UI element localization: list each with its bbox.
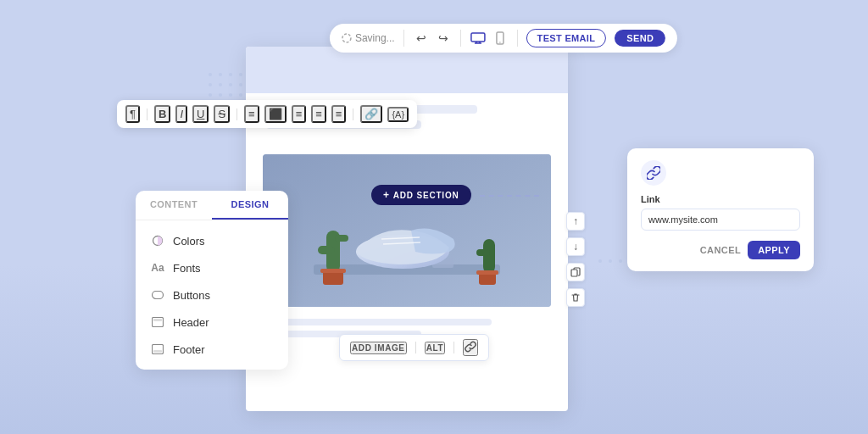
svg-point-13	[219, 93, 222, 97]
saving-icon	[342, 33, 352, 43]
svg-rect-87	[318, 246, 335, 254]
copy-icon	[570, 267, 581, 277]
svg-rect-94	[476, 270, 498, 275]
shoe-illustration	[263, 154, 551, 307]
svg-rect-101	[153, 350, 162, 353]
colors-label: Colors	[173, 235, 205, 248]
svg-point-2	[229, 73, 232, 76]
link-popup-icon	[641, 160, 666, 186]
colors-icon	[151, 234, 164, 248]
add-image-button[interactable]: ADD IMAGE	[350, 342, 407, 354]
link-popup: Link CANCEL APPLY	[627, 148, 814, 271]
saving-label: Saving...	[355, 32, 395, 44]
toolbar-divider-2	[460, 30, 461, 47]
fmt-sep-2	[236, 108, 237, 120]
send-button[interactable]: SEND	[615, 30, 665, 47]
svg-point-38	[619, 259, 622, 263]
italic-button[interactable]: I	[175, 105, 187, 123]
variable-button[interactable]: {A}	[387, 107, 409, 122]
undo-redo-group: ↩ ↪	[413, 30, 452, 47]
fonts-icon: Aa	[151, 261, 164, 275]
link-icon	[465, 341, 476, 353]
header-icon	[151, 315, 164, 329]
delete-button[interactable]	[566, 288, 585, 307]
move-up-button[interactable]: ↑	[566, 212, 585, 231]
link-button[interactable]: 🔗	[360, 105, 382, 123]
svg-point-12	[209, 93, 212, 97]
numbered-list-button[interactable]: ≡	[331, 105, 347, 123]
panel-item-fonts[interactable]: Aa Fonts	[136, 254, 288, 281]
svg-point-1	[219, 73, 222, 76]
toolbar-divider-1	[403, 30, 404, 47]
img-action-sep-1	[415, 342, 416, 353]
svg-point-15	[239, 93, 242, 97]
panel-item-buttons[interactable]: Buttons	[136, 281, 288, 309]
design-panel: CONTENT DESIGN Colors Aa Fonts Buttons	[136, 191, 288, 370]
link-chain-icon	[647, 166, 660, 180]
side-controls: ↑ ↓	[566, 212, 585, 307]
svg-point-8	[229, 83, 232, 86]
footer-icon	[151, 342, 164, 356]
svg-point-14	[229, 93, 232, 97]
align-center-button[interactable]: ⬛	[264, 105, 287, 123]
svg-rect-99	[153, 319, 162, 321]
tab-content[interactable]: CONTENT	[136, 191, 212, 220]
svg-point-6	[209, 83, 212, 86]
bold-button[interactable]: B	[154, 105, 170, 123]
bullet-list-button[interactable]: ≡	[311, 105, 326, 123]
svg-rect-92	[476, 249, 490, 256]
strikethrough-button[interactable]: S	[214, 105, 230, 123]
test-email-button[interactable]: TEST EMAIL	[526, 29, 607, 47]
svg-point-37	[609, 259, 612, 263]
move-down-button[interactable]: ↓	[566, 237, 585, 256]
panel-item-footer[interactable]: Footer	[136, 336, 288, 363]
svg-point-78	[499, 42, 501, 43]
view-toggle-group	[470, 30, 509, 47]
desktop-icon	[470, 32, 486, 44]
link-actions: CANCEL APPLY	[641, 241, 800, 259]
image-action-bar: ADD IMAGE ALT	[339, 334, 489, 361]
svg-point-9	[239, 83, 242, 86]
alt-text-button[interactable]: ALT	[425, 342, 446, 354]
mobile-view-button[interactable]	[492, 30, 509, 47]
undo-button[interactable]: ↩	[413, 30, 430, 47]
underline-button[interactable]: U	[192, 105, 209, 123]
canvas-bottom-line-1	[266, 319, 492, 326]
canvas-top-strip	[246, 47, 568, 93]
svg-rect-89	[323, 271, 343, 285]
add-section-button[interactable]: + ADD SECTION	[371, 185, 471, 205]
fonts-label: Fonts	[173, 262, 201, 275]
redo-button[interactable]: ↪	[435, 30, 452, 47]
svg-rect-90	[320, 269, 346, 273]
link-label: Link	[641, 194, 800, 204]
top-toolbar: Saving... ↩ ↪ TEST EMAIL SEND	[330, 24, 677, 53]
duplicate-button[interactable]	[566, 263, 585, 281]
canvas-image-placeholder	[263, 154, 551, 307]
svg-rect-73	[471, 33, 485, 42]
panel-item-colors[interactable]: Colors	[136, 227, 288, 254]
add-section-label: ADD SECTION	[393, 191, 459, 200]
align-right-button[interactable]: ≡	[292, 105, 307, 123]
panel-item-header[interactable]: Header	[136, 309, 288, 336]
align-left-button[interactable]: ≡	[244, 105, 259, 123]
saving-status: Saving...	[342, 32, 395, 44]
svg-point-72	[342, 34, 351, 42]
panel-tabs: CONTENT DESIGN	[136, 191, 288, 220]
paragraph-button[interactable]: ¶	[125, 105, 140, 123]
fmt-sep-3	[353, 108, 353, 120]
buttons-label: Buttons	[173, 289, 210, 302]
image-link-button[interactable]	[463, 339, 478, 356]
svg-rect-95	[571, 270, 577, 276]
desktop-view-button[interactable]	[470, 30, 487, 47]
buttons-icon	[151, 288, 164, 302]
svg-point-0	[209, 73, 212, 76]
mobile-icon	[496, 31, 504, 45]
fmt-sep-1	[147, 108, 147, 120]
tab-design[interactable]: DESIGN	[212, 191, 288, 220]
apply-button[interactable]: APPLY	[748, 241, 800, 259]
link-input[interactable]	[641, 209, 800, 231]
add-section-plus: +	[383, 189, 390, 201]
toolbar-divider-3	[517, 30, 518, 47]
cancel-button[interactable]: CANCEL	[700, 241, 741, 259]
svg-point-3	[239, 73, 242, 76]
